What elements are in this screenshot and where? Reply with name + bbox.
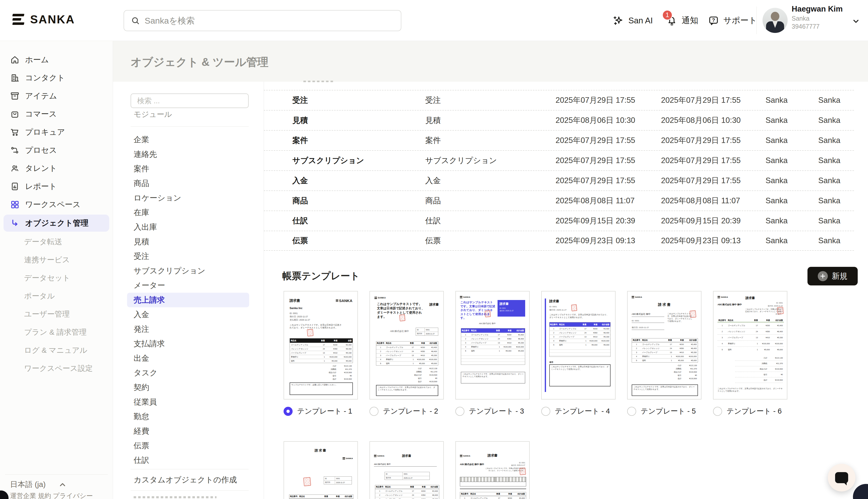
shopping-bag-icon: [10, 109, 20, 119]
sidebar-sub-item[interactable]: ワークスペース設定: [0, 359, 113, 377]
template-card-2[interactable]: SANKA これはサンプルテキストです。文章は日本語で記述されており、ダミーテキ…: [370, 291, 444, 400]
template-option[interactable]: テンプレート - 5: [627, 406, 702, 416]
template-card-4[interactable]: 請求書 ID: 0001 発行日: 2025-11-27 これはサンプルテキスト…: [541, 291, 616, 400]
table-row[interactable]: 受注 受注 2025年07月29日 17:55 2025年07月29日 17:5…: [264, 90, 854, 110]
sanka-logo[interactable]: SANKA: [13, 13, 75, 26]
module-search-input[interactable]: [137, 97, 242, 105]
module-list-item[interactable]: 連絡先: [127, 147, 249, 161]
table-row[interactable]: 案件 案件 2025年07月29日 17:55 2025年07月29日 17:5…: [264, 130, 854, 150]
invoice-items-table: 商品番号商品名数量単価合計金額 1ゴールデンアップル17¥200¥3,4002バ…: [632, 338, 698, 363]
sidebar-item-workspace[interactable]: ワークスペース: [0, 195, 113, 214]
table-row[interactable]: 伝票 伝票 2025年09月23日 09:13 2025年09月23日 09:1…: [264, 231, 854, 251]
module-list-item[interactable]: 仕訳: [127, 453, 249, 467]
module-list-item[interactable]: 受注: [127, 249, 249, 264]
module-list-item[interactable]: 案件: [127, 161, 249, 176]
create-custom-object[interactable]: カスタムオブジェクトの作成: [113, 473, 264, 487]
module-list-item[interactable]: ロケーション: [127, 191, 249, 205]
user-info[interactable]: Haegwan Kim Sanka 39467777: [792, 5, 843, 32]
template-option[interactable]: テンプレート - 3: [455, 406, 530, 416]
sidebar-item-label: アイテム: [25, 91, 57, 101]
module-list-item[interactable]: メーター: [127, 278, 249, 293]
module-list-item[interactable]: 在庫: [127, 205, 249, 220]
sidebar-item-procure[interactable]: プロキュア: [0, 123, 113, 141]
language-selector[interactable]: 日本語 (ja): [10, 479, 67, 490]
module-list-item[interactable]: 発注: [127, 322, 249, 337]
support-button[interactable]: ? サポート: [708, 0, 757, 41]
global-search-input[interactable]: [145, 16, 394, 26]
radio-icon[interactable]: [541, 407, 550, 416]
table-row[interactable]: 入金 入金 2025年07月29日 17:55 2025年07月29日 17:5…: [264, 170, 854, 191]
module-list-item[interactable]: 出金: [127, 351, 249, 366]
cell-created-by: Sanka: [766, 236, 788, 245]
sidebar-item-commerce[interactable]: コマース: [0, 105, 113, 123]
module-list-item[interactable]: 従業員: [127, 395, 249, 409]
sidebar-sub-item[interactable]: 連携サービス: [0, 251, 113, 269]
sidebar-item-home[interactable]: ホーム: [0, 51, 113, 69]
template-card-8[interactable]: SANKA 請求書 ABC株式会社 御中 ID0001 発行日2025-11-2…: [370, 441, 444, 499]
san-ai-button[interactable]: San AI: [613, 0, 653, 41]
template-option[interactable]: テンプレート - 2: [370, 406, 444, 416]
module-list-item[interactable]: 見積: [127, 234, 249, 249]
global-search[interactable]: [124, 10, 401, 31]
box-icon: [10, 91, 20, 101]
module-list-item[interactable]: タスク: [127, 366, 249, 380]
module-list-item[interactable]: 企業: [127, 132, 249, 147]
template-option[interactable]: テンプレート - 6: [713, 406, 788, 416]
template-card-7[interactable]: 請求書 SANKA ID0001 発行日2025-11-27 商品番号商品名数量…: [284, 441, 358, 499]
template-card-5[interactable]: SANKA 請 求 書 ABC株式会社 御中 ID: 0001 発行日: 202…: [627, 291, 702, 400]
table-row[interactable]: 商品 商品 2025年08月08日 11:07 2025年08月08日 11:0…: [264, 191, 854, 210]
template-option-label: テンプレート - 5: [641, 406, 696, 416]
radio-icon[interactable]: [455, 407, 464, 416]
radio-icon[interactable]: [284, 407, 293, 416]
module-search[interactable]: [131, 94, 249, 108]
sidebar-item-items[interactable]: アイテム: [0, 87, 113, 105]
avatar[interactable]: [762, 8, 788, 33]
sidebar-sub-item[interactable]: データ転送: [0, 233, 113, 251]
template-option[interactable]: テンプレート - 1: [284, 406, 358, 416]
module-list-item[interactable]: サブスクリプション: [127, 264, 249, 278]
radio-icon[interactable]: [713, 407, 722, 416]
topbar-divider: [756, 7, 757, 34]
sidebar-sub-item[interactable]: データセット: [0, 269, 113, 287]
table-row[interactable]: 仕訳 仕訳 2025年09月15日 20:39 2025年09月15日 20:3…: [264, 210, 854, 231]
new-template-button[interactable]: 新規: [807, 267, 858, 285]
module-list-item[interactable]: 入出庫: [127, 220, 249, 234]
home-icon: [10, 55, 20, 64]
module-list-item[interactable]: 支払請求: [127, 337, 249, 351]
sidebar-item-talent[interactable]: タレント: [0, 159, 113, 178]
arrow-branch-icon: [10, 218, 20, 228]
cell-updated-by: Sanka: [818, 116, 840, 125]
sidebar-item-reports[interactable]: レポート: [0, 178, 113, 195]
sidebar-item-contacts[interactable]: コンタクト: [0, 69, 113, 87]
sidebar-item-process[interactable]: プロセス: [0, 141, 113, 159]
module-list-item[interactable]: 商品: [127, 176, 249, 191]
sidebar-sub-item[interactable]: ポータル: [0, 287, 113, 305]
sidebar-sub-item[interactable]: ログ & マニュアル: [0, 341, 113, 359]
cell-object-name: 商品: [292, 195, 308, 206]
template-card-6[interactable]: SANKA 請求書 ABC株式会社 御中 御中 ID: 0001 発行日: 20…: [713, 291, 788, 400]
table-row[interactable]: 見積 見積 2025年08月06日 10:30 2025年08月06日 10:3…: [264, 110, 854, 130]
module-list-item[interactable]: 伝票: [127, 438, 249, 453]
sidebar-sub-item[interactable]: プラン & 請求管理: [0, 323, 113, 341]
sidebar-sub-item[interactable]: ユーザー管理: [0, 305, 113, 323]
invoice-note: サンプルテキストです。必要に応じて調整ください。: [289, 382, 353, 395]
template-card-1[interactable]: 請求書 SANKA Sanka Inc ID: 0001 発行日: 2025-1…: [284, 291, 358, 400]
invoice-totals: 小計¥122,130消費税¥11,370税込小計¥133,500値引¥0合計¥1…: [314, 364, 352, 381]
module-list-item[interactable]: 契約: [127, 380, 249, 395]
module-list-item[interactable]: 入金: [127, 307, 249, 322]
sidebar-footer-links[interactable]: 運営企業 規約 プライバシー: [10, 491, 93, 499]
module-list-item[interactable]: 売上請求: [127, 293, 249, 307]
chat-launcher-button[interactable]: [828, 464, 855, 491]
radio-icon[interactable]: [370, 407, 379, 416]
sidebar-item-object-management[interactable]: オブジェクト管理: [3, 215, 109, 232]
module-list-item[interactable]: 勤怠: [127, 409, 249, 424]
table-row[interactable]: サブスクリプション サブスクリプション 2025年07月29日 17:55 20…: [264, 150, 854, 170]
notifications-button[interactable]: 1 通知: [666, 0, 698, 41]
template-card-9[interactable]: SANKA 請求書 ABC株式会社 御中 御中 ID: 0001 発行日: 20…: [455, 441, 530, 499]
module-list-item[interactable]: 経費: [127, 424, 249, 438]
template-option[interactable]: テンプレート - 4: [541, 406, 616, 416]
radio-icon[interactable]: [627, 407, 636, 416]
user-menu-chevron[interactable]: [851, 16, 861, 26]
template-card-3[interactable]: SANKA これはサンプルテキストです。文章は日本語で記述されており、ダミーテキ…: [455, 291, 530, 400]
cell-object-name: 入金: [292, 175, 308, 186]
